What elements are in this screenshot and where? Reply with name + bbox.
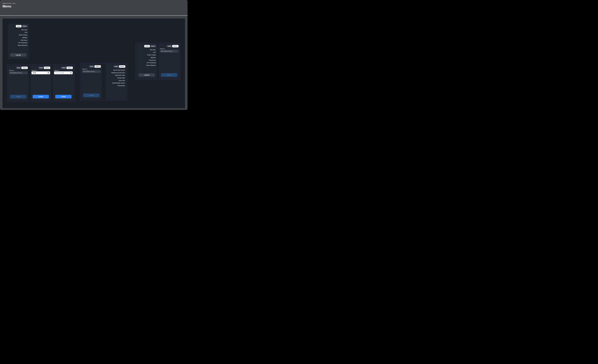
text-cursor	[63, 72, 63, 74]
menu-item-enable-disable-stream[interactable]: Enable/Disable Stream	[106, 82, 126, 84]
dealer-tab[interactable]: Dealer	[144, 45, 150, 47]
pitboss-id-label: Pitboss ID	[54, 70, 59, 71]
pitboss-tab[interactable]: Pitboss	[44, 66, 50, 69]
field-placeholder: Enter Pitboss ID here...	[10, 72, 23, 74]
field-placeholder: Enter Pitboss ID here...	[83, 71, 96, 72]
menu-item-chat-issues[interactable]: Chat Issues	[8, 39, 29, 41]
menu-item-life-threatening[interactable]: Life Threatening	[8, 41, 29, 44]
pitboss-menu-panel: Dealer Pitboss Cancel Game Round Stop/Re…	[106, 64, 126, 99]
menu-item-open-close-table[interactable]: Open/Close Table	[106, 74, 126, 76]
logout-button[interactable]: Log Out	[10, 53, 26, 57]
role-toggle: Dealer Pitboss	[113, 65, 125, 68]
page-title: Menu	[2, 4, 11, 8]
dealer-menu-panel: Dealer Pitboss New Shoe SOS Dealer Chang…	[8, 24, 29, 59]
role-toggle: Dealer Pitboss	[16, 66, 28, 69]
role-toggle: Dealer Pitboss	[61, 66, 73, 69]
pitboss-id-field[interactable]: Enter Pitboss ID here...	[82, 70, 101, 73]
menu-item-player-nickname[interactable]: Player Nickname	[8, 44, 29, 47]
pitboss-login-panel: Dealer Pitboss Pitboss ID Enter Pitboss …	[81, 64, 102, 99]
pitboss-login-panel-masked: Dealer Pitboss Pitboss ID ●●●●●●●●●● Con…	[53, 65, 74, 101]
pitboss-tab[interactable]: Pitboss	[21, 25, 28, 27]
role-toggle: Dealer Pitboss	[16, 25, 28, 27]
pitboss-id-field[interactable]: Enter Pitboss ID here...	[9, 71, 28, 74]
menu-item-dealer-change[interactable]: Dealer Change	[136, 54, 157, 56]
pitboss-id-label: Pitboss ID	[82, 68, 87, 70]
masked-value: ●●●●●●●●●●	[55, 72, 63, 74]
pitboss-frame: Dealer Pitboss Pitboss ID Enter Pitboss …	[80, 63, 127, 100]
confirm-button-disabled[interactable]: Confim	[161, 73, 177, 77]
header-divider	[0, 16, 188, 16]
eye-off-icon[interactable]	[48, 72, 49, 74]
pitboss-tab[interactable]: Pitboss	[21, 66, 28, 69]
confirm-button-disabled[interactable]: Confim	[10, 95, 26, 99]
dealer-menu-panel: Dealer Pitboss New Shoe SOS Dealer Chang…	[136, 44, 157, 79]
menu-item-life-threatening[interactable]: Life Threatening	[136, 61, 157, 64]
dealer-tab[interactable]: Dealer	[61, 66, 66, 69]
pitboss-id-label: Pitboss ID	[160, 48, 165, 50]
menu-item-testing-mode[interactable]: Testing Mode	[106, 84, 126, 87]
pitboss-id-field[interactable]: Enter Pitboss ID here...	[160, 50, 178, 53]
pitboss-id-label: Pitboss ID	[32, 70, 36, 71]
menu-item-change-table[interactable]: Change Table	[106, 76, 126, 79]
pitboss-tab[interactable]: Pitboss	[94, 65, 101, 68]
pitboss-id-label: Pitboss ID	[9, 70, 14, 71]
breadcrumb: Dealer UI Tool - Core	[2, 3, 15, 4]
menu-item-mistakes[interactable]: Mistakes	[8, 36, 29, 39]
pitboss-id-field[interactable]: 4321	[32, 71, 50, 74]
preview-canvas: Dealer Pitboss New Shoe SOS Dealer Chang…	[2, 18, 185, 108]
pitboss-login-panel-empty: Dealer Pitboss Pitboss ID Enter Pitboss …	[8, 65, 29, 101]
pitboss-tab[interactable]: Pitboss	[150, 45, 156, 47]
app-window: Dealer UI Tool - Core Menu Dealer Pitbos…	[0, 0, 188, 110]
confirm-button[interactable]: Confim	[55, 95, 72, 99]
dealer-tab[interactable]: Dealer	[16, 25, 22, 27]
menu-item-sos[interactable]: SOS	[136, 51, 157, 54]
dealer-pitboss-frame: Dealer Pitboss New Shoe SOS Dealer Chang…	[135, 43, 180, 80]
pitboss-login-panel-filled: Dealer Pitboss Pitboss ID 4321 Confim	[30, 65, 51, 101]
field-placeholder: Enter Pitboss ID here...	[161, 50, 173, 52]
dealer-tab[interactable]: Dealer	[38, 66, 44, 69]
menu-item-player-nickname[interactable]: Player Nickname	[136, 64, 157, 66]
role-toggle: Dealer Pitboss	[38, 66, 50, 69]
role-toggle: Dealer Pitboss	[144, 45, 156, 47]
pitboss-id-field[interactable]: ●●●●●●●●●●	[54, 71, 73, 74]
login-states-frame: Dealer Pitboss Pitboss ID Enter Pitboss …	[7, 65, 75, 101]
dealer-tab[interactable]: Dealer	[113, 65, 119, 68]
pitboss-tab[interactable]: Pitboss	[119, 65, 125, 68]
pitboss-menu-list: Cancel Game Round Stop/Resume Auto-Flow …	[106, 69, 126, 87]
logout-button[interactable]: Log Out	[139, 73, 155, 77]
menu-item-mistakes[interactable]: Mistakes	[136, 56, 157, 59]
menu-item-cancel-game-round[interactable]: Cancel Game Round	[106, 69, 126, 71]
role-toggle: Dealer Pitboss	[89, 65, 101, 68]
menu-item-chat-issues[interactable]: Chat Issues	[136, 59, 157, 61]
dealer-tab[interactable]: Dealer	[89, 65, 95, 68]
pitboss-login-panel: Dealer Pitboss Pitboss ID Enter Pitboss …	[159, 44, 180, 79]
dealer-menu-list: New Shoe SOS Dealer Change Mistakes Chat…	[8, 28, 29, 47]
confirm-button[interactable]: Confim	[33, 95, 49, 99]
role-toggle: Dealer Pitboss	[166, 45, 179, 47]
menu-item-dealer-change[interactable]: Dealer Change	[8, 33, 29, 36]
dealer-tab[interactable]: Dealer	[16, 66, 22, 69]
pitboss-tab[interactable]: Pitboss	[66, 66, 73, 69]
menu-item-new-shoe[interactable]: New Shoe	[8, 28, 29, 31]
menu-item-stop-resume-auto-flow[interactable]: Stop/Resume Auto-Flow	[106, 71, 126, 74]
eye-icon[interactable]	[70, 72, 72, 74]
dealer-menu-list: New Shoe SOS Dealer Change Mistakes Chat…	[136, 49, 157, 66]
field-value: 4321	[33, 72, 35, 74]
confirm-button-disabled[interactable]: Confim	[83, 93, 100, 97]
menu-item-new-shoe[interactable]: New Shoe	[136, 49, 157, 51]
dealer-tab[interactable]: Dealer	[166, 45, 172, 47]
menu-item-sos[interactable]: SOS	[8, 31, 29, 34]
menu-item-clean-chat[interactable]: Clean Chat	[106, 79, 126, 82]
text-cursor	[36, 72, 36, 74]
pitboss-tab[interactable]: Pitboss	[172, 45, 179, 47]
